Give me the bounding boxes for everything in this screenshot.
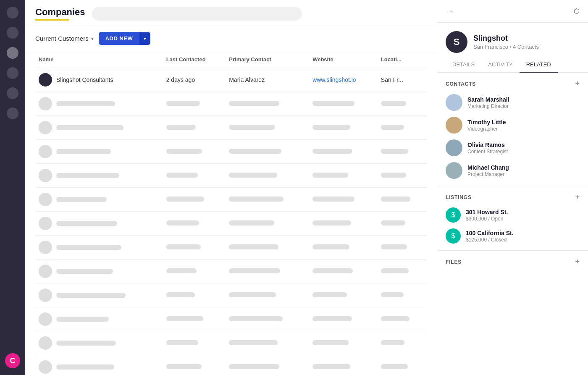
skeleton-text — [381, 316, 410, 321]
files-section-title: FILES — [446, 259, 462, 265]
chevron-down-icon: ▾ — [91, 36, 94, 42]
files-add-icon[interactable]: + — [575, 257, 580, 266]
add-new-dropdown-arrow[interactable]: ▾ — [139, 32, 150, 45]
table-row — [35, 116, 427, 140]
skeleton-avatar — [39, 97, 52, 110]
sidebar: C — [0, 0, 25, 375]
contact-avatar-sarah — [446, 94, 462, 111]
skeleton-text — [312, 244, 349, 249]
right-panel: → ⬡ S Slingshot San Francisco / 4 Contac… — [437, 0, 588, 375]
sidebar-item-2[interactable] — [7, 27, 18, 39]
contact-item-olivia[interactable]: Olivia Ramos Content Strategist — [446, 139, 580, 156]
skeleton-text — [56, 101, 115, 106]
skeleton-text — [312, 220, 351, 226]
app-logo[interactable]: C — [5, 353, 20, 368]
skeleton-avatar — [39, 193, 52, 206]
tab-details[interactable]: DETAILS — [446, 57, 481, 73]
panel-tabs: DETAILS ACTIVITY RELATED — [437, 57, 588, 73]
table-row — [35, 164, 427, 188]
skeleton-text — [229, 316, 283, 321]
skeleton-text — [381, 340, 404, 345]
skeleton-text — [229, 149, 281, 154]
toolbar: Current Customers ▾ ADD NEW ▾ — [25, 26, 437, 51]
sidebar-item-3[interactable] — [7, 47, 18, 59]
page-title: Companies — [35, 7, 85, 18]
contact-item-sarah[interactable]: Sarah Marshall Marketing Director — [446, 94, 580, 111]
skeleton-text — [229, 197, 284, 202]
col-header-location: Locati... — [378, 51, 427, 68]
table-row[interactable]: Slingshot Consultants 2 days ago Maria A… — [35, 68, 427, 92]
panel-back-icon[interactable]: → — [446, 7, 453, 16]
skeleton-avatar — [39, 265, 52, 278]
skeleton-avatar — [39, 217, 52, 230]
skeleton-text — [229, 364, 279, 369]
col-header-website: Website — [309, 51, 378, 68]
skeleton-text — [56, 365, 114, 370]
skeleton-text — [312, 292, 347, 297]
contacts-section-title: CONTACTS — [446, 81, 476, 87]
panel-company-sub: San Francisco / 4 Contacts — [473, 44, 539, 50]
tab-related[interactable]: RELATED — [520, 57, 558, 73]
skeleton-text — [229, 220, 274, 226]
location-cell: San Fr... — [378, 68, 427, 92]
skeleton-text — [56, 125, 123, 130]
skeleton-text — [312, 101, 354, 106]
skeleton-avatar — [39, 145, 52, 158]
sidebar-item-5[interactable] — [7, 87, 18, 99]
skeleton-text — [229, 244, 278, 249]
filter-dropdown[interactable]: Current Customers ▾ — [35, 35, 94, 42]
sidebar-item-1[interactable] — [7, 7, 18, 18]
skeleton-avatar — [39, 169, 52, 182]
contact-avatar-timothy — [446, 117, 462, 134]
skeleton-text — [229, 268, 280, 273]
add-new-button[interactable]: ADD NEW ▾ — [99, 32, 151, 45]
sidebar-item-6[interactable] — [7, 108, 18, 119]
contact-name-timothy: Timothy Little — [467, 119, 506, 126]
search-input[interactable] — [92, 7, 302, 21]
skeleton-text — [312, 149, 352, 154]
contact-avatar-olivia — [446, 139, 462, 156]
listing-item-california[interactable]: $ 100 California St. $125,000 / Closed — [446, 228, 580, 244]
listing-item-howard[interactable]: $ 301 Howard St. $300,000 / Open — [446, 207, 580, 223]
sidebar-item-4[interactable] — [7, 67, 18, 79]
skeleton-text — [381, 244, 407, 249]
skeleton-text — [312, 364, 350, 369]
website-link[interactable]: www.slingshot.io — [312, 76, 356, 83]
skeleton-text — [229, 173, 277, 178]
table-row — [35, 260, 427, 283]
skeleton-text — [166, 149, 202, 154]
contacts-section: CONTACTS + Sarah Marshall Marketing Dire… — [437, 73, 588, 186]
add-new-label[interactable]: ADD NEW — [99, 32, 140, 45]
skeleton-text — [56, 317, 109, 322]
companies-table: Name Last Contacted Primary Contact Webs… — [35, 51, 427, 375]
contact-item-michael[interactable]: Michael Chang Project Manager — [446, 162, 580, 179]
table-row — [35, 188, 427, 212]
table-row — [35, 283, 427, 307]
title-underline — [35, 19, 69, 21]
last-contacted-cell: 2 days ago — [163, 68, 226, 92]
listings-add-icon[interactable]: + — [575, 193, 580, 202]
contact-item-timothy[interactable]: Timothy Little Videographer — [446, 117, 580, 134]
panel-company-info: S Slingshot San Francisco / 4 Contacts — [437, 23, 588, 57]
listing-details-california: $125,000 / Closed — [466, 237, 514, 243]
skeleton-text — [381, 101, 406, 106]
contacts-add-icon[interactable]: + — [575, 79, 580, 88]
skeleton-text — [166, 364, 202, 369]
skeleton-text — [166, 316, 203, 321]
skeleton-text — [56, 245, 121, 250]
listing-address-california: 100 California St. — [466, 230, 514, 236]
skeleton-text — [56, 149, 111, 154]
panel-external-link-icon[interactable]: ⬡ — [574, 7, 580, 15]
contact-name-michael: Michael Chang — [467, 164, 509, 171]
skeleton-text — [166, 125, 196, 130]
listings-section-title: LISTINGS — [446, 194, 472, 200]
files-section: FILES + — [437, 251, 588, 279]
skeleton-avatar — [39, 360, 52, 374]
skeleton-text — [312, 173, 348, 178]
tab-activity[interactable]: ACTIVITY — [481, 57, 520, 73]
listing-details-howard: $300,000 / Open — [466, 216, 508, 222]
table-row — [35, 307, 427, 331]
contact-name-sarah: Sarah Marshall — [467, 96, 509, 103]
skeleton-text — [229, 125, 275, 130]
companies-table-container: Name Last Contacted Primary Contact Webs… — [25, 51, 437, 375]
